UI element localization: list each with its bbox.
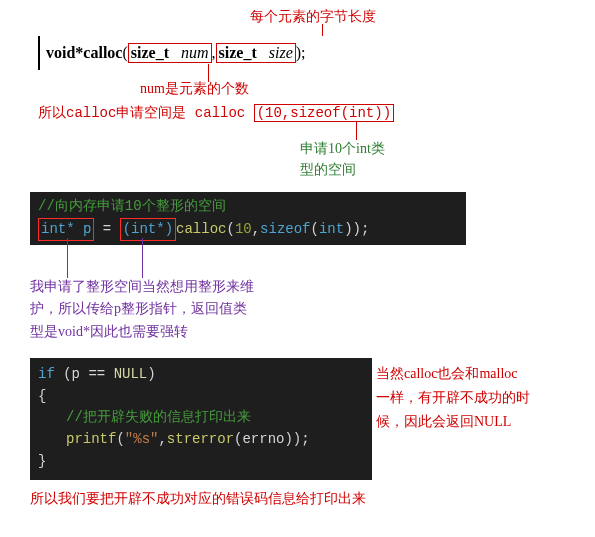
- annotation-apply-l1: 申请10个int类: [300, 138, 385, 159]
- code1-decl: int* p: [41, 221, 91, 237]
- side-note-l1: 当然calloc也会和malloc: [376, 362, 576, 386]
- code2-cond-b: ): [147, 366, 155, 382]
- code-block-nullcheck: if (p == NULL) { //把开辟失败的信息打印出来 printf("…: [30, 358, 372, 480]
- connector-intptr-decl: [67, 238, 68, 278]
- code2-strerror: strerror: [167, 431, 234, 447]
- code1-eq: =: [94, 221, 119, 237]
- code1-calloc: calloc: [176, 221, 226, 237]
- calloc-usage-fn: calloc: [195, 105, 245, 121]
- code1-10: 10: [235, 221, 252, 237]
- code1-cast: (int*): [123, 221, 173, 237]
- sig-param2-box: size_t size: [216, 43, 296, 63]
- annotation-bottom-summary: 所以我们要把开辟不成功对应的错误码信息给打印出来: [30, 490, 366, 508]
- connector-intptr-cast: [142, 238, 143, 278]
- calloc-usage-prefix: 所以calloc申请空间是: [38, 105, 186, 121]
- sig-param2-name: size: [269, 44, 293, 61]
- sig-close: );: [296, 44, 306, 62]
- annotation-null-return: 当然calloc也会和malloc 一样，有开辟不成功的时 候，因此会返回NUL…: [376, 362, 576, 433]
- calloc-usage-args-box: (10,sizeof(int)): [254, 104, 394, 122]
- code1-int: int: [319, 221, 344, 237]
- sig-pointer-star: *: [75, 44, 83, 62]
- annotation-cast-reason: 我申请了整形空间当然想用整形来维 护，所以传给p整形指针，返回值类 型是void…: [30, 276, 340, 343]
- connector-num: [208, 64, 209, 82]
- connector-top: [322, 24, 323, 36]
- code2-cond-a: (p ==: [55, 366, 114, 382]
- code1-cast-box: (int*): [120, 218, 176, 242]
- code2-comma: ,: [158, 431, 166, 447]
- code2-comment: //把开辟失败的信息打印出来: [66, 409, 251, 425]
- code2-errno: (errno));: [234, 431, 310, 447]
- code1-comment: //向内存申请10个整形的空间: [38, 198, 226, 214]
- code2-brace-close: }: [38, 451, 364, 473]
- code2-fmt: "%s": [125, 431, 159, 447]
- code2-brace-open: {: [38, 386, 364, 408]
- connector-apply: [356, 122, 357, 140]
- code1-sizeof: sizeof: [260, 221, 310, 237]
- mid-note-l2: 护，所以传给p整形指针，返回值类: [30, 298, 340, 320]
- annotation-apply-l2: 型的空间: [300, 159, 385, 180]
- sig-param1-name: num: [181, 44, 209, 61]
- side-note-l3: 候，因此会返回NULL: [376, 410, 576, 434]
- sig-function-name: calloc: [83, 44, 122, 62]
- sig-return-type: void: [46, 44, 75, 62]
- code1-op: (: [226, 221, 234, 237]
- code2-op: (: [116, 431, 124, 447]
- code-block-calloc: //向内存申请10个整形的空间 int* p = (int*)calloc(10…: [30, 192, 466, 245]
- sig-param1-box: size_t num: [128, 43, 212, 63]
- code2-printf: printf: [66, 431, 116, 447]
- annotation-element-bytes: 每个元素的字节长度: [250, 8, 376, 26]
- code1-close: ));: [344, 221, 369, 237]
- mid-note-l1: 我申请了整形空间当然想用整形来维: [30, 276, 340, 298]
- code2-if: if: [38, 366, 55, 382]
- code1-comma: ,: [252, 221, 260, 237]
- mid-note-l3: 型是void*因此也需要强转: [30, 321, 340, 343]
- function-signature: void * calloc ( size_t num , size_t size…: [38, 36, 306, 70]
- sig-param2-type: size_t: [219, 44, 257, 61]
- calloc-usage-line: 所以calloc申请空间是 calloc (10,sizeof(int)): [38, 104, 394, 122]
- annotation-apply-10-int: 申请10个int类 型的空间: [300, 138, 385, 180]
- sig-param1-type: size_t: [131, 44, 169, 61]
- annotation-num-count: num是元素的个数: [140, 80, 249, 98]
- code1-op2: (: [311, 221, 319, 237]
- side-note-l2: 一样，有开辟不成功的时: [376, 386, 576, 410]
- code2-null: NULL: [114, 366, 148, 382]
